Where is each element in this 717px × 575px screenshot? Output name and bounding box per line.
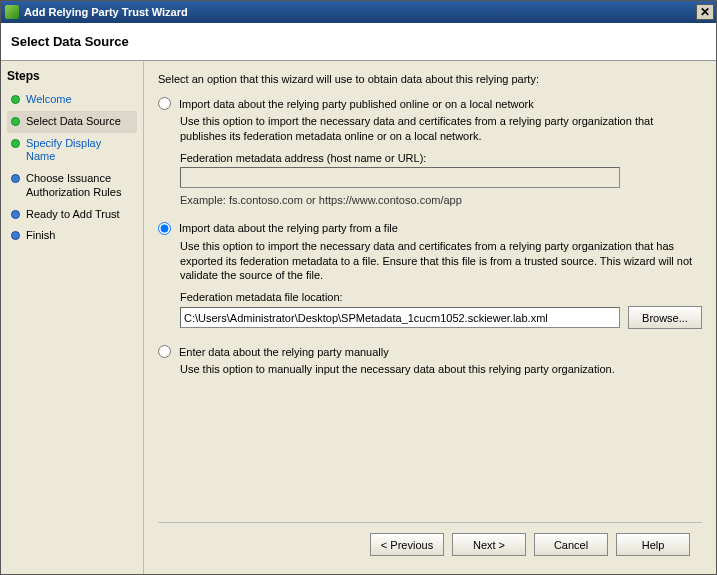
step-label: Choose Issuance Authorization Rules [26,172,133,200]
step-label: Select Data Source [26,115,121,129]
metadata-url-input[interactable] [180,167,620,188]
step-welcome[interactable]: Welcome [7,89,137,111]
page-title: Select Data Source [11,34,129,49]
browse-button[interactable]: Browse... [628,306,702,329]
step-bullet-icon [11,231,20,240]
step-label: Ready to Add Trust [26,208,120,222]
radio-import-online[interactable] [158,97,171,110]
option-import-file: Import data about the relying party from… [158,222,702,330]
option-label: Import data about the relying party publ… [179,98,534,110]
option-description: Use this option to manually input the ne… [180,362,702,377]
page-header: Select Data Source [1,23,716,61]
close-button[interactable]: ✕ [696,4,714,20]
step-label: Welcome [26,93,72,107]
previous-button[interactable]: < Previous [370,533,444,556]
app-icon [5,5,19,19]
step-label: Specify Display Name [26,137,133,165]
metadata-url-example: Example: fs.contoso.com or https://www.c… [180,194,702,206]
step-bullet-icon [11,139,20,148]
next-button[interactable]: Next > [452,533,526,556]
titlebar[interactable]: Add Relying Party Trust Wizard ✕ [1,1,716,23]
step-ready-to-add-trust[interactable]: Ready to Add Trust [7,204,137,226]
step-bullet-icon [11,174,20,183]
metadata-file-label: Federation metadata file location: [180,291,702,303]
option-enter-manually: Enter data about the relying party manua… [158,345,702,385]
content-panel: Select an option that this wizard will u… [144,61,716,574]
step-label: Finish [26,229,55,243]
body: Steps Welcome Select Data Source Specify… [1,61,716,574]
instruction-text: Select an option that this wizard will u… [158,73,702,85]
option-label: Enter data about the relying party manua… [179,346,389,358]
step-specify-display-name[interactable]: Specify Display Name [7,133,137,169]
option-label: Import data about the relying party from… [179,222,398,234]
radio-import-file[interactable] [158,222,171,235]
step-bullet-icon [11,210,20,219]
metadata-file-input[interactable] [180,307,620,328]
step-finish[interactable]: Finish [7,225,137,247]
option-import-online: Import data about the relying party publ… [158,97,702,206]
metadata-url-label: Federation metadata address (host name o… [180,152,702,164]
wizard-window: Add Relying Party Trust Wizard ✕ Select … [0,0,717,575]
step-select-data-source[interactable]: Select Data Source [7,111,137,133]
option-description: Use this option to import the necessary … [180,114,702,144]
help-button[interactable]: Help [616,533,690,556]
step-choose-issuance-rules[interactable]: Choose Issuance Authorization Rules [7,168,137,204]
cancel-button[interactable]: Cancel [534,533,608,556]
option-description: Use this option to import the necessary … [180,239,702,284]
close-icon: ✕ [700,5,710,19]
steps-sidebar: Steps Welcome Select Data Source Specify… [1,61,144,574]
step-bullet-icon [11,95,20,104]
window-title: Add Relying Party Trust Wizard [24,6,696,18]
radio-enter-manually[interactable] [158,345,171,358]
steps-heading: Steps [7,69,137,83]
wizard-footer: < Previous Next > Cancel Help [158,522,702,566]
step-bullet-icon [11,117,20,126]
